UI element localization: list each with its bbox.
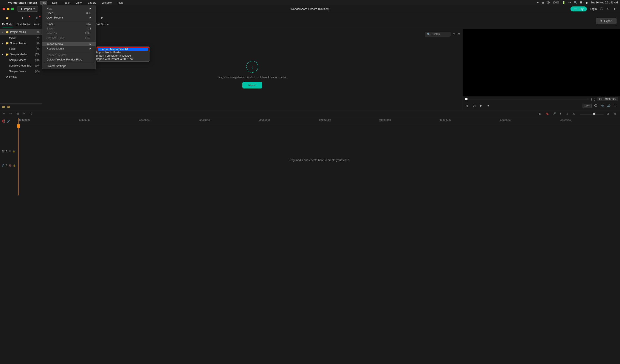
file-open-recent[interactable]: Open Recent▶ (42, 15, 95, 20)
import-media-files[interactable]: Import Media Files⌘I (98, 47, 148, 51)
maximize-window-button[interactable] (11, 8, 14, 10)
filter-icon[interactable]: ⫛ (453, 32, 456, 36)
visibility-icon[interactable]: 👁 (9, 150, 11, 152)
lock-icon[interactable]: 🔒 (13, 164, 16, 167)
link-icon[interactable]: 🔗 (6, 120, 10, 123)
fit-zoom-icon[interactable]: ▦ (614, 112, 618, 116)
video-track-header[interactable]: 🎬 1 👁 🔒 (0, 148, 18, 154)
file-delete-preview[interactable]: Delete Preview Render Files (42, 57, 95, 62)
wifi-icon[interactable]: ⫘ (568, 1, 571, 4)
adjust-button[interactable]: ⇅ (30, 112, 34, 116)
datetime[interactable]: Tue 30 Nov 5:51:51 AM (591, 1, 618, 4)
sidebar-folder[interactable]: Folder(0) (0, 35, 42, 41)
mute-icon[interactable]: 🔇 (9, 164, 12, 167)
play-pause-button[interactable]: ▷| (473, 104, 477, 108)
import-instant-cutter[interactable]: Import with Instant Cutter Tool (96, 57, 150, 61)
marker-icon[interactable]: 🔖 (545, 112, 549, 116)
menu-view[interactable]: View (74, 1, 83, 5)
mark-out-icon[interactable]: } (594, 97, 595, 101)
tab-stock-media[interactable]: 🎞Stock Media (15, 15, 32, 27)
tab-my-media[interactable]: 📁My Media (0, 15, 15, 27)
audio-track-header[interactable]: 🎵 1 🔇 🔒 (0, 162, 18, 168)
buy-button[interactable]: 🛒 Buy (571, 6, 587, 11)
upload-icon[interactable]: ⬆ (614, 7, 618, 11)
keyframe-icon[interactable]: ◈ (566, 112, 570, 116)
sidebar-sample-green[interactable]: Sample Green Scr...(10) (0, 63, 42, 68)
new-folder-icon[interactable]: 📂 (7, 105, 10, 108)
search-box[interactable]: 🔍 (425, 32, 450, 37)
tab-audio[interactable]: 🎵Audio (32, 15, 42, 27)
sidebar-shared-media[interactable]: ▾📁Shared Media(0) (0, 41, 42, 46)
file-close[interactable]: Close⌘W (42, 22, 95, 26)
time-ruler[interactable]: 00:00:00:00 00:00:05:00 00:00:10:00 00:0… (18, 118, 620, 124)
lock-icon[interactable]: 🔒 (12, 150, 15, 153)
play-button[interactable]: ▶ (480, 104, 484, 108)
sidebar-folder[interactable]: Folder(0) (0, 46, 42, 52)
sidebar-sample-colors[interactable]: Sample Colors(25) (0, 68, 42, 74)
voiceover-icon[interactable]: 🎤 (552, 112, 556, 116)
tab-split-screen[interactable]: ⊞Split Screen (94, 15, 111, 27)
dropzone-text: Drag video/image/audio here! Or, click h… (218, 76, 287, 79)
timeline-tracks[interactable]: 00:00:00:00 00:00:05:00 00:00:10:00 00:0… (18, 118, 620, 196)
grid-view-icon[interactable]: ⊞ (458, 32, 460, 36)
sidebar-project-media[interactable]: ▾📁Project Media(0) (0, 29, 42, 35)
menu-edit[interactable]: Edit (51, 1, 58, 5)
spotlight-icon[interactable]: 🔍 (574, 1, 577, 4)
preview-zoom-select[interactable]: 1/2 ▾ (583, 104, 591, 108)
zoom-slider-handle[interactable] (593, 113, 595, 115)
undo-button[interactable]: ↶ (2, 112, 6, 116)
close-window-button[interactable] (2, 8, 5, 10)
sidebar-sample-videos[interactable]: Sample Videos(20) (0, 57, 42, 63)
render-icon[interactable]: ◉ (539, 112, 542, 116)
mark-in-icon[interactable]: { (591, 97, 592, 101)
message-icon[interactable]: ✉ (607, 7, 611, 11)
import-media-folder[interactable]: Import Media Folder (96, 51, 150, 54)
magnet-icon[interactable]: 🧲 (2, 120, 5, 123)
zoom-in-icon[interactable]: ⊕ (607, 112, 611, 116)
delete-button[interactable]: 🗑 (16, 112, 20, 116)
menu-tools[interactable]: Tools (62, 1, 71, 5)
volume-icon[interactable]: 🔊 (607, 104, 611, 108)
display-icon[interactable]: 🖵 (594, 104, 598, 108)
file-import-media[interactable]: Import Media▶ (42, 42, 95, 46)
fullscreen-icon[interactable]: ⛶ (614, 104, 618, 108)
stop-button[interactable]: ■ (487, 104, 491, 108)
menu-window[interactable]: Window (101, 1, 113, 5)
menu-export[interactable]: Export (86, 1, 97, 5)
menu-file[interactable]: File (40, 1, 47, 5)
sidebar-photos[interactable]: ⚙Photos (0, 74, 42, 80)
import-external-device[interactable]: Import from External Device (96, 54, 150, 57)
login-button[interactable]: Login (590, 7, 597, 11)
snapshot-icon[interactable]: 📷 (601, 104, 604, 108)
scrubber-track[interactable] (465, 99, 589, 99)
menu-help[interactable]: Help (116, 1, 125, 5)
prev-frame-button[interactable]: ◁ (465, 104, 469, 108)
sidebar-sample-media[interactable]: ▾📁Sample Media(55) (0, 52, 42, 57)
file-open[interactable]: Open...⌘ O (42, 11, 95, 15)
screencast-icon[interactable]: ◉ (542, 1, 544, 4)
scrubber-handle[interactable] (465, 98, 467, 100)
buy-label: Buy (579, 7, 583, 11)
timeline-zoom-slider[interactable] (580, 114, 604, 115)
add-folder-icon[interactable]: 📁 (2, 105, 5, 108)
import-main-button[interactable]: Import (242, 82, 263, 89)
search-input[interactable] (432, 32, 449, 35)
export-button[interactable]: ⬆ Export (596, 18, 617, 24)
sync-icon[interactable]: ⟲ (537, 1, 539, 4)
file-new[interactable]: New▶ (42, 6, 95, 11)
import-toolbar-button[interactable]: ⬇ Import ▾ (17, 6, 38, 12)
zoom-out-icon[interactable]: ⊖ (573, 112, 577, 116)
siri-icon[interactable]: ◐ (586, 1, 588, 4)
app-name[interactable]: Wondershare Filmora (8, 1, 37, 4)
control-center-icon[interactable]: ☰ (580, 1, 583, 4)
cut-button[interactable]: ✂ (23, 112, 27, 116)
battery-percent: 100% (553, 1, 559, 4)
mixer-icon[interactable]: 🎚 (559, 112, 563, 116)
headphones-icon[interactable]: 🎧 (600, 7, 604, 11)
file-record-media[interactable]: Record Media▶ (42, 46, 95, 51)
file-project-settings[interactable]: Project Settings (42, 64, 95, 68)
minimize-window-button[interactable] (7, 8, 9, 10)
accessibility-icon[interactable]: Ⓐ (547, 1, 550, 4)
redo-button[interactable]: ↷ (9, 112, 13, 116)
timeline-body[interactable]: Drag media and effects here to create yo… (18, 124, 620, 196)
